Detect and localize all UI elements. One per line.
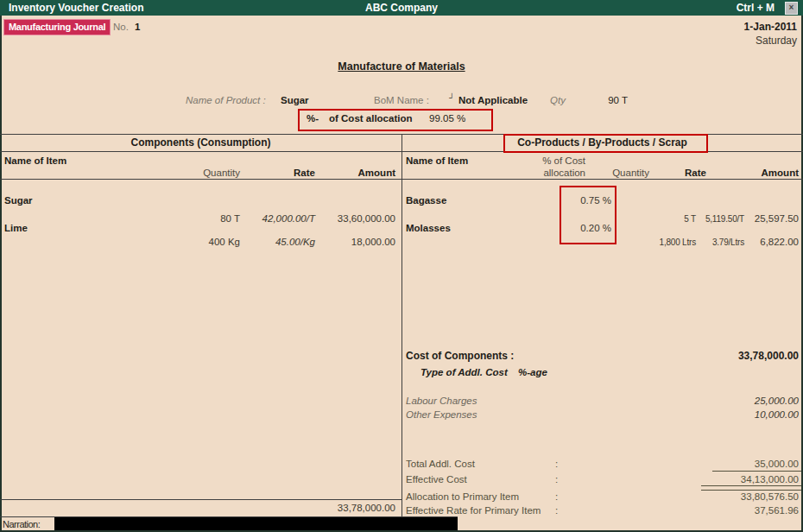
qty-label: Qty (550, 94, 566, 106)
highlight-box-percentages (560, 186, 616, 244)
coproduct-item-rate[interactable]: 3.79/Ltrs (712, 237, 744, 249)
components-section-title: Components (Consumption) (0, 136, 402, 149)
highlight-box-cost-allocation (298, 109, 493, 131)
bom-value[interactable]: Not Applicable (458, 94, 528, 106)
total-row-value: 35,000.00 (755, 458, 799, 470)
narration-input[interactable] (54, 517, 458, 530)
total-row-value: 34,13,000.00 (741, 473, 799, 485)
bom-label: BoM Name : (374, 94, 429, 106)
cost-of-components-label: Cost of Components : (406, 350, 514, 362)
form-heading: Manufacture of Materials (0, 60, 803, 73)
bom-marker-icon: ┘ (449, 92, 454, 104)
close-icon[interactable]: × (785, 2, 798, 15)
total-row-colon: : (555, 473, 558, 485)
total-row-label: Effective Cost (406, 473, 467, 485)
voucher-day: Saturday (756, 35, 797, 47)
component-item-name[interactable]: Sugar (4, 194, 33, 206)
coproduct-item-quantity[interactable]: 5 T (684, 213, 696, 225)
coproduct-item-name[interactable]: Molasses (406, 222, 451, 234)
total-row-value: 37,561.96 (755, 504, 799, 516)
coproducts-col-pct-1: % of Cost (542, 155, 585, 167)
coproducts-col-amount: Amount (762, 167, 799, 179)
component-item-amount: 18,000.00 (351, 236, 395, 248)
coproduct-item-rate[interactable]: 5,119.50/T (705, 213, 744, 225)
voucher-no-label: No. (113, 21, 129, 33)
title-bar: Inventory Voucher Creation ABC Company C… (0, 0, 803, 16)
voucher-no-value[interactable]: 1 (135, 21, 140, 33)
highlight-box-coproducts-title (503, 134, 708, 153)
voucher-type-badge: Manufacturing Journal (3, 19, 111, 35)
components-col-amount: Amount (358, 167, 395, 179)
voucher-date[interactable]: 1-Jan-2011 (744, 21, 797, 33)
narration-label: Narration: (3, 518, 40, 530)
component-item-rate[interactable]: 45.00/Kg (275, 236, 315, 248)
addl-cost-row-value[interactable]: 25,000.00 (755, 395, 799, 407)
component-item-amount: 33,60,000.00 (338, 212, 395, 225)
components-total-value: 33,78,000.00 (338, 502, 395, 514)
total-row-colon: : (555, 491, 558, 503)
coproduct-item-amount: 25,597.50 (755, 212, 799, 225)
total-row-value: 33,80,576.50 (741, 491, 799, 503)
coproduct-item-quantity[interactable]: 1,800 Ltrs (660, 237, 696, 249)
addl-cost-row-value[interactable]: 10,000.00 (755, 408, 799, 421)
coproduct-item-name[interactable]: Bagasse (406, 194, 446, 206)
product-value[interactable]: Sugar (281, 94, 309, 106)
qty-value[interactable]: 90 T (608, 94, 628, 106)
component-item-quantity[interactable]: 80 T (220, 212, 240, 225)
total-addl-underline (712, 471, 801, 472)
total-row-label: Allocation to Primary Item (406, 491, 519, 503)
addl-cost-type-header: Type of Addl. Cost (420, 366, 508, 378)
coproducts-col-quantity: Quantity (612, 167, 649, 179)
addl-cost-pct-header: %-age (518, 366, 547, 378)
product-label: Name of Product : (186, 94, 266, 106)
total-row-colon: : (555, 458, 558, 470)
total-row-label: Effective Rate for Primary Item (406, 504, 541, 516)
coproducts-col-rate: Rate (685, 167, 706, 179)
total-row-label: Total Addl. Cost (406, 458, 475, 470)
addl-cost-row-label[interactable]: Other Expenses (406, 408, 477, 421)
components-col-quantity: Quantity (203, 167, 240, 179)
shortcut-label: Ctrl + M (737, 2, 775, 14)
company-name: ABC Company (0, 2, 803, 14)
components-total-line (0, 499, 402, 500)
components-col-name: Name of Item (4, 155, 66, 167)
component-item-rate[interactable]: 42,000.00/T (262, 212, 315, 225)
coproduct-item-amount: 6,822.00 (760, 236, 799, 248)
total-row-colon: : (555, 504, 558, 516)
addl-cost-row-label[interactable]: Labour Charges (406, 395, 477, 407)
inventory-voucher-window: Inventory Voucher Creation ABC Company C… (0, 0, 803, 532)
component-item-name[interactable]: Lime (4, 222, 28, 234)
coproducts-col-pct-2: allocation (543, 167, 585, 179)
component-item-quantity[interactable]: 400 Kg (209, 236, 240, 248)
coproducts-col-name: Name of Item (406, 155, 468, 167)
components-col-rate: Rate (294, 167, 315, 179)
panel-divider (402, 134, 402, 516)
cost-of-components-value: 33,78,000.00 (738, 350, 799, 362)
